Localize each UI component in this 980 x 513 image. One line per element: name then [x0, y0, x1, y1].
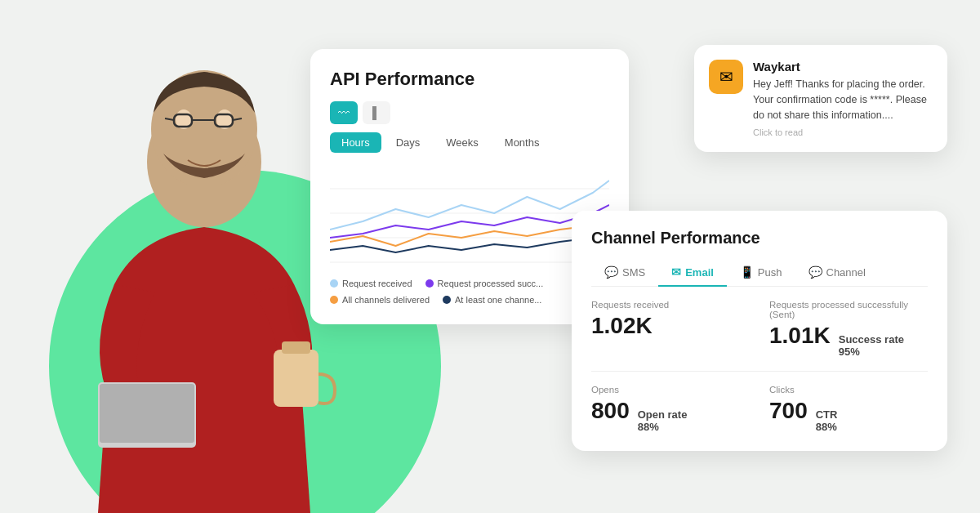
push-icon: 📱 [740, 265, 754, 279]
notif-header: ✉ Waykart Hey Jeff! Thanks for placing t… [709, 60, 933, 137]
legend-dot-orange [330, 296, 338, 304]
metric-requests-processed-sub: Success rate 95% [839, 333, 904, 358]
metrics-divider [591, 371, 928, 372]
notification-card: ✉ Waykart Hey Jeff! Thanks for placing t… [694, 45, 947, 152]
channel-tabs-group: 💬 SMS ✉ Email 📱 Push 💬 Channel [591, 259, 928, 287]
tab-channel-label: Channel [826, 266, 866, 279]
tab-sms[interactable]: 💬 SMS [591, 259, 658, 287]
legend-channels-delivered: All channels delivered [330, 295, 430, 305]
tab-sms-label: SMS [622, 266, 645, 279]
metric-opens-value-row: 800 Open rate 88% [591, 398, 750, 433]
metric-opens-value: 800 [591, 398, 630, 424]
legend-dot-purple [425, 279, 434, 288]
legend-at-least-one: At least one channe... [443, 295, 541, 305]
tab-email-label: Email [685, 266, 714, 279]
metric-requests-processed-value: 1.01K [769, 323, 831, 349]
chart-legend: Request received Request processed succ.… [330, 279, 609, 305]
metric-requests-processed-value-row: 1.01K Success rate 95% [769, 323, 928, 358]
svg-rect-3 [274, 350, 318, 407]
metric-opens: Opens 800 Open rate 88% [591, 385, 750, 433]
metric-opens-sub-label: Open rate [638, 408, 688, 421]
tab-weeks[interactable]: Weeks [434, 132, 490, 153]
channel-icon: 💬 [808, 265, 822, 279]
svg-rect-13 [189, 182, 219, 207]
metric-clicks-sub-value: 88% [816, 421, 838, 433]
tab-months[interactable]: Months [493, 132, 551, 153]
channel-performance-card: Channel Performance 💬 SMS ✉ Email 📱 Push… [572, 211, 947, 451]
channel-card-title: Channel Performance [591, 229, 928, 248]
chart-toggle-group: 〰 ▌ [330, 101, 609, 124]
line-chart-toggle[interactable]: 〰 [330, 101, 358, 124]
time-tabs-group: Hours Days Weeks Months [330, 132, 609, 153]
legend-label-request-received: Request received [342, 279, 412, 288]
legend-dot-blue [330, 279, 338, 288]
tab-push-label: Push [758, 266, 782, 279]
metric-requests-processed-sub-value: 95% [839, 346, 904, 358]
tab-hours[interactable]: Hours [330, 132, 381, 153]
metric-requests-processed-label: Requests processed successfully (Sent) [769, 300, 928, 319]
legend-label-at-least-one: At least one channe... [455, 295, 541, 305]
legend-label-channels-delivered: All channels delivered [342, 295, 430, 305]
svg-rect-2 [100, 384, 194, 443]
svg-rect-4 [282, 341, 310, 354]
notif-content: Waykart Hey Jeff! Thanks for placing the… [753, 60, 933, 137]
metric-requests-received-label: Requests received [591, 300, 750, 310]
metric-clicks-sub-label: CTR [816, 408, 838, 421]
notif-icon-symbol: ✉ [719, 67, 733, 87]
api-chart [330, 164, 609, 270]
bar-chart-toggle[interactable]: ▌ [363, 101, 390, 124]
metrics-grid: Requests received 1.02K Requests process… [591, 300, 928, 433]
legend-request-received: Request received [330, 279, 412, 288]
legend-request-processed: Request processed succ... [425, 279, 544, 288]
metric-clicks-value: 700 [769, 398, 808, 424]
email-icon: ✉ [671, 265, 681, 279]
notif-body-text: Hey Jeff! Thanks for placing the order. … [753, 77, 933, 123]
metric-requests-processed: Requests processed successfully (Sent) 1… [769, 300, 928, 358]
legend-label-request-processed: Request processed succ... [438, 279, 544, 288]
notif-sender-icon: ✉ [709, 60, 743, 94]
tab-push[interactable]: 📱 Push [727, 259, 795, 287]
metric-requests-received-value: 1.02K [591, 313, 653, 339]
metric-requests-received-value-row: 1.02K [591, 313, 750, 339]
tab-channel[interactable]: 💬 Channel [795, 259, 879, 287]
metric-clicks-value-row: 700 CTR 88% [769, 398, 928, 433]
tab-days[interactable]: Days [385, 132, 432, 153]
metric-requests-received: Requests received 1.02K [591, 300, 750, 358]
metric-requests-processed-sub-label: Success rate [839, 333, 904, 346]
metric-opens-sub: Open rate 88% [638, 408, 688, 433]
notif-cta[interactable]: Click to read [753, 127, 933, 137]
tab-email[interactable]: ✉ Email [658, 259, 727, 287]
notif-sender-name: Waykart [753, 60, 933, 74]
metric-opens-sub-value: 88% [638, 421, 688, 433]
api-card-title: API Performance [330, 69, 609, 90]
metric-opens-label: Opens [591, 385, 750, 395]
metric-clicks-sub: CTR 88% [816, 408, 838, 433]
metric-clicks: Clicks 700 CTR 88% [769, 385, 928, 433]
sms-icon: 💬 [604, 265, 618, 279]
legend-dot-darkblue [443, 296, 451, 304]
metric-clicks-label: Clicks [769, 385, 928, 395]
